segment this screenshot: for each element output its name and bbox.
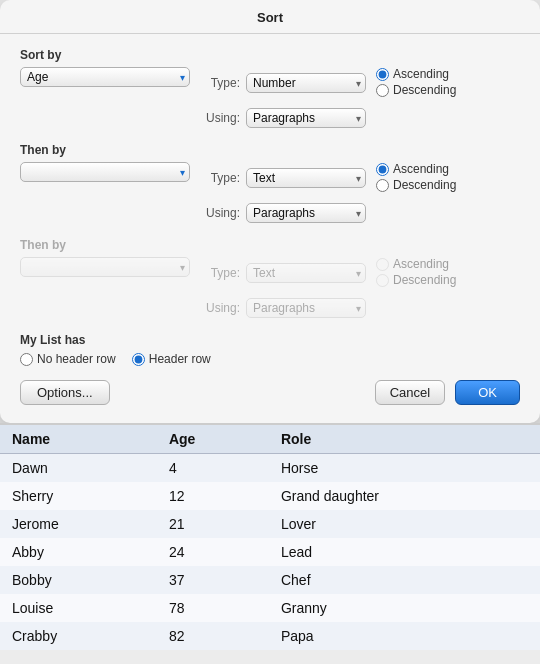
- data-table: Name Age Role Dawn 4 Horse Sherry 12 Gra…: [0, 425, 540, 650]
- cell-age: 82: [157, 622, 269, 650]
- type-label-2: Type:: [200, 171, 240, 185]
- sort-by-select[interactable]: Age Name Role: [20, 67, 190, 87]
- options-button[interactable]: Options...: [20, 380, 110, 405]
- mylist-options: No header row Header row: [20, 352, 520, 366]
- row3-type-wrapper: Text: [246, 263, 366, 283]
- row1-type-select[interactable]: Number Text Date: [246, 73, 366, 93]
- sort-by-label: Sort by: [20, 48, 520, 62]
- row2-descending-text: Descending: [393, 178, 456, 192]
- row3-descending-radio[interactable]: [376, 274, 389, 287]
- sort-by-select-wrapper[interactable]: Age Name Role: [20, 67, 190, 87]
- table-body: Dawn 4 Horse Sherry 12 Grand daughter Je…: [0, 454, 540, 651]
- cell-role: Lover: [269, 510, 540, 538]
- using-label-3: Using:: [200, 301, 240, 315]
- cell-role: Grand daughter: [269, 482, 540, 510]
- row3-type-row: Type: Text Ascending: [200, 257, 456, 289]
- table-row: Louise 78 Granny: [0, 594, 540, 622]
- row2-type-wrapper[interactable]: Text Number Date: [246, 168, 366, 188]
- row2-using-select[interactable]: Paragraphs Words: [246, 203, 366, 223]
- row2-ascending-text: Ascending: [393, 162, 449, 176]
- mylist-label: My List has: [20, 333, 520, 347]
- header-row-label[interactable]: Header row: [132, 352, 211, 366]
- using-label-2: Using:: [200, 206, 240, 220]
- cell-role: Granny: [269, 594, 540, 622]
- cancel-button[interactable]: Cancel: [375, 380, 445, 405]
- cell-age: 24: [157, 538, 269, 566]
- row1-using-row: Using: Paragraphs Words: [200, 108, 456, 128]
- dialog-body: Sort by Age Name Role Type:: [0, 34, 540, 366]
- ok-button[interactable]: OK: [455, 380, 520, 405]
- table-row: Abby 24 Lead: [0, 538, 540, 566]
- row3-using-row: Using: Paragraphs: [200, 298, 456, 318]
- row2-type-select[interactable]: Text Number Date: [246, 168, 366, 188]
- row3-using-select[interactable]: Paragraphs: [246, 298, 366, 318]
- row2-descending-radio[interactable]: [376, 179, 389, 192]
- row1-descending-text: Descending: [393, 83, 456, 97]
- sort-dialog: Sort Sort by Age Name Role Type:: [0, 0, 540, 423]
- dialog-title: Sort: [0, 0, 540, 34]
- cell-role: Horse: [269, 454, 540, 483]
- row1-ascending-label[interactable]: Ascending: [376, 67, 456, 81]
- row1-ascending-radio[interactable]: [376, 68, 389, 81]
- then-by-2-select-wrapper[interactable]: [20, 257, 190, 277]
- header-row-text: Header row: [149, 352, 211, 366]
- row1-type-wrapper[interactable]: Number Text Date: [246, 73, 366, 93]
- row3-ascending-text: Ascending: [393, 257, 449, 271]
- table-row: Crabby 82 Papa: [0, 622, 540, 650]
- row3-descending-label: Descending: [376, 273, 456, 287]
- cell-name: Louise: [0, 594, 157, 622]
- table-row: Bobby 37 Chef: [0, 566, 540, 594]
- cell-name: Jerome: [0, 510, 157, 538]
- then-by-1-label: Then by: [20, 143, 520, 157]
- row3-type-select[interactable]: Text: [246, 263, 366, 283]
- row3-radio-group: Ascending Descending: [376, 257, 456, 289]
- type-label-1: Type:: [200, 76, 240, 90]
- col-name: Name: [0, 425, 157, 454]
- row2-type-row: Type: Text Number Date Ascending: [200, 162, 456, 194]
- dialog-footer: Options... Cancel OK: [0, 380, 540, 405]
- then-by-1-select[interactable]: [20, 162, 190, 182]
- using-label-1: Using:: [200, 111, 240, 125]
- cell-age: 4: [157, 454, 269, 483]
- row2-radio-group: Ascending Descending: [376, 162, 456, 194]
- cell-role: Lead: [269, 538, 540, 566]
- cell-age: 37: [157, 566, 269, 594]
- row2-ascending-radio[interactable]: [376, 163, 389, 176]
- sort-by-section: Sort by Age Name Role Type:: [20, 48, 520, 133]
- then-by-1-select-wrapper[interactable]: [20, 162, 190, 182]
- then-by-1-section: Then by Type: Text N: [20, 143, 520, 228]
- row2-using-row: Using: Paragraphs Words: [200, 203, 456, 223]
- cell-name: Sherry: [0, 482, 157, 510]
- cell-age: 12: [157, 482, 269, 510]
- cell-name: Bobby: [0, 566, 157, 594]
- footer-right-buttons: Cancel OK: [375, 380, 520, 405]
- then-by-2-section: Then by Type: Text: [20, 238, 520, 323]
- row2-ascending-label[interactable]: Ascending: [376, 162, 456, 176]
- type-label-3: Type:: [200, 266, 240, 280]
- table-row: Dawn 4 Horse: [0, 454, 540, 483]
- table-row: Sherry 12 Grand daughter: [0, 482, 540, 510]
- table-header: Name Age Role: [0, 425, 540, 454]
- cell-role: Chef: [269, 566, 540, 594]
- cell-name: Abby: [0, 538, 157, 566]
- row1-descending-label[interactable]: Descending: [376, 83, 456, 97]
- then-by-2-label: Then by: [20, 238, 520, 252]
- row1-using-wrapper[interactable]: Paragraphs Words: [246, 108, 366, 128]
- no-header-row-text: No header row: [37, 352, 116, 366]
- row3-ascending-radio[interactable]: [376, 258, 389, 271]
- row1-radio-group: Ascending Descending: [376, 67, 456, 99]
- row3-descending-text: Descending: [393, 273, 456, 287]
- header-row-radio[interactable]: [132, 353, 145, 366]
- no-header-row-radio[interactable]: [20, 353, 33, 366]
- no-header-row-label[interactable]: No header row: [20, 352, 116, 366]
- table-area: Name Age Role Dawn 4 Horse Sherry 12 Gra…: [0, 423, 540, 650]
- cell-role: Papa: [269, 622, 540, 650]
- row1-using-select[interactable]: Paragraphs Words: [246, 108, 366, 128]
- row2-descending-label[interactable]: Descending: [376, 178, 456, 192]
- row3-ascending-label: Ascending: [376, 257, 456, 271]
- cell-name: Crabby: [0, 622, 157, 650]
- then-by-2-select[interactable]: [20, 257, 190, 277]
- row1-descending-radio[interactable]: [376, 84, 389, 97]
- row2-using-wrapper[interactable]: Paragraphs Words: [246, 203, 366, 223]
- table-header-row: Name Age Role: [0, 425, 540, 454]
